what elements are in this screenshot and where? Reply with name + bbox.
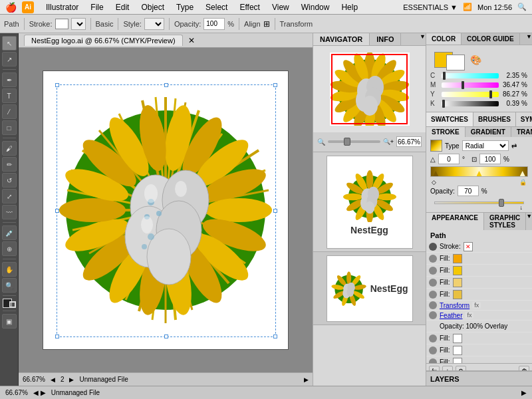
pencil-tool[interactable]: ✏ [2,157,17,172]
eye-stroke[interactable] [429,243,437,251]
apple-menu[interactable]: 🍎 [5,2,17,13]
zoom-tool[interactable]: 🔍 [2,278,17,293]
pen-tool[interactable]: ✒ [2,72,17,87]
appear-settings-btn[interactable]: ⚙ [456,366,466,371]
handle-mr[interactable] [273,209,277,213]
color-thumb-y[interactable] [489,90,492,98]
gradient-bar[interactable] [430,166,528,177]
fill3-swatch[interactable] [453,278,462,287]
graphic-styles-tab[interactable]: GRAPHIC STYLES [484,213,526,230]
info-tab[interactable]: INFO [370,33,401,45]
panel-collapse-arrow[interactable]: ▼ [420,33,426,45]
page-arrows-right[interactable]: ▶ [69,376,74,383]
eye-feather[interactable] [429,311,437,319]
layers-panel-header[interactable]: LAYERS [426,371,532,386]
color-guide-tab[interactable]: COLOR GUIDE [462,33,520,45]
align-label[interactable]: Align [244,20,260,28]
thumbnail-3[interactable]: NestEgg [327,255,413,322]
grad-thumb-mid[interactable] [477,171,482,176]
rotate-tool[interactable]: ↺ [2,173,17,188]
handle-bl[interactable] [55,334,59,338]
navigator-tab[interactable]: NAVIGATOR [313,33,370,45]
fill-white2-swatch[interactable] [453,346,462,355]
color-slider-y[interactable] [442,92,499,97]
gradient-type-select[interactable]: Radial Linear [462,140,509,151]
paintbrush-tool[interactable]: 🖌 [2,141,17,156]
grad-lock-icon[interactable]: 🔒 [519,179,527,186]
style-select[interactable] [144,18,164,30]
color-thumb-m[interactable] [462,81,464,89]
close-tab-btn[interactable]: ✕ [188,36,195,45]
stroke-weight-select[interactable] [71,18,86,30]
eye-fill2[interactable] [429,267,437,275]
eye-fill4[interactable] [429,291,437,299]
angle-input[interactable] [438,154,460,164]
text-tool[interactable]: T [2,88,17,103]
opacity-slider-track[interactable] [434,201,524,204]
menu-help[interactable]: Help [336,1,363,13]
direct-select-tool[interactable]: ↗ [2,52,17,66]
menu-select[interactable]: Select [200,1,233,13]
handle-br[interactable] [273,334,277,338]
transform-label[interactable]: Transform [280,20,313,28]
gradient-tab[interactable]: GRADIENT [466,127,511,137]
fx-add-btn[interactable]: fx [429,366,440,371]
reverse-icon[interactable]: ⇄ [511,142,517,150]
feather-link[interactable]: Feather [440,312,462,319]
color-tab[interactable]: COLOR [426,33,462,45]
grad-thumb-right[interactable] [520,171,525,176]
color-slider-k[interactable] [442,101,499,106]
color-big-swatch-stroke[interactable] [446,55,465,70]
appearance-tab[interactable]: APPEARANCE [426,213,484,230]
canvas-tab-item[interactable]: NestEgg logo.ai @ 66.67% (CMYK/Preview) [24,35,183,46]
status-scroll-right[interactable]: ▶ [521,389,527,396]
stroke-swatch[interactable] [55,19,68,29]
color-slider-c[interactable] [442,73,499,78]
hand-tool[interactable]: ✋ [2,262,17,277]
zoom-slider-track[interactable] [328,140,380,143]
feather-fx[interactable]: fx [465,312,473,319]
menu-type[interactable]: Type [171,1,199,13]
blend-tool[interactable]: ⊕ [2,241,17,256]
handle-tl[interactable] [55,83,59,87]
eye-fill-white2[interactable] [429,346,437,354]
swatches-tab[interactable]: SWATCHES [426,112,473,126]
zoom-in-icon[interactable]: 🔍+ [383,138,394,145]
menu-effect[interactable]: Effect [234,1,265,13]
opacity-input[interactable] [203,18,225,30]
line-tool[interactable]: ∕ [2,104,17,119]
handle-tm[interactable] [164,83,168,87]
navigator-red-box[interactable] [331,54,408,124]
add-item-btn[interactable]: + [442,366,453,371]
stroke-tab[interactable]: STROKE [426,127,466,137]
transparency-tab[interactable]: TRANSPARE [511,127,532,137]
thumbnail-2[interactable]: NestEgg [327,156,413,249]
canvas-document[interactable] [19,48,313,372]
handle-ml[interactable] [55,209,59,213]
gradient-preview-swatch[interactable] [430,140,442,152]
file-scroll-right[interactable]: ▶ [304,376,309,383]
fill-white1-swatch[interactable] [453,334,462,343]
eye-fill1[interactable] [429,255,437,263]
eye-fill3[interactable] [429,279,437,287]
rect-tool[interactable]: □ [2,120,17,135]
color-slider-m[interactable] [442,82,499,88]
opacity-slider-thumb[interactable] [499,199,504,207]
fill4-swatch[interactable] [453,290,462,299]
selection-tool[interactable]: ↖ [2,36,17,51]
menu-window[interactable]: Window [296,1,335,13]
stroke-swatch-tool[interactable] [9,301,16,308]
scale-input[interactable] [479,154,501,164]
fill-white3-swatch[interactable] [453,358,462,364]
color-thumb-k[interactable] [442,100,445,108]
color-panel-arrow[interactable]: ▼ [526,33,532,45]
transform-link[interactable]: Transform [440,302,469,309]
zoom-slider-thumb[interactable] [344,138,350,146]
navigator-preview-image[interactable] [330,53,410,126]
appearance-arrow[interactable]: ▼ [526,213,532,230]
search-icon[interactable]: 🔍 [517,3,527,11]
grad-diamond-icon[interactable]: ◇ [432,179,436,186]
eye-transform[interactable] [429,301,437,309]
warp-tool[interactable]: 〰 [2,205,17,219]
handle-tr[interactable] [273,83,277,87]
